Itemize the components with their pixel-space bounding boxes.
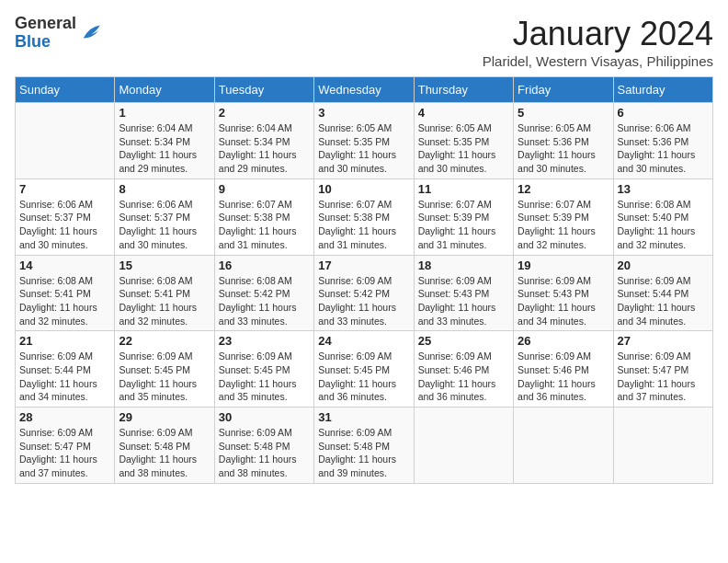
day-number: 29 xyxy=(119,410,210,424)
calendar-cell: 24Sunrise: 6:09 AMSunset: 5:45 PMDayligh… xyxy=(314,331,414,408)
day-number: 9 xyxy=(219,182,310,196)
calendar-cell xyxy=(16,103,115,179)
day-detail: Sunrise: 6:05 AMSunset: 5:35 PMDaylight:… xyxy=(318,121,409,176)
day-detail: Sunrise: 6:07 AMSunset: 5:38 PMDaylight:… xyxy=(318,198,409,252)
day-detail: Sunrise: 6:09 AMSunset: 5:47 PMDaylight:… xyxy=(618,350,709,404)
calendar-cell: 16Sunrise: 6:08 AMSunset: 5:42 PMDayligh… xyxy=(214,255,313,331)
day-detail: Sunrise: 6:08 AMSunset: 5:42 PMDaylight:… xyxy=(219,274,310,328)
day-number: 5 xyxy=(518,106,609,120)
day-number: 11 xyxy=(418,182,509,196)
calendar-cell: 14Sunrise: 6:08 AMSunset: 5:41 PMDayligh… xyxy=(16,255,115,331)
page-header: General Blue January 2024 Plaridel, West… xyxy=(15,15,713,69)
weekday-header: Saturday xyxy=(613,77,712,103)
calendar-cell: 8Sunrise: 6:06 AMSunset: 5:37 PMDaylight… xyxy=(115,178,214,255)
day-detail: Sunrise: 6:09 AMSunset: 5:45 PMDaylight:… xyxy=(318,350,409,404)
calendar-cell: 2Sunrise: 6:04 AMSunset: 5:34 PMDaylight… xyxy=(214,103,313,179)
day-number: 22 xyxy=(119,334,210,348)
calendar-cell: 11Sunrise: 6:07 AMSunset: 5:39 PMDayligh… xyxy=(414,178,513,255)
calendar-week-row: 28Sunrise: 6:09 AMSunset: 5:47 PMDayligh… xyxy=(16,408,713,484)
calendar-cell: 28Sunrise: 6:09 AMSunset: 5:47 PMDayligh… xyxy=(16,408,115,484)
day-number: 20 xyxy=(618,259,709,272)
calendar-cell: 4Sunrise: 6:05 AMSunset: 5:35 PMDaylight… xyxy=(414,103,513,179)
logo-blue: Blue xyxy=(15,32,51,51)
day-detail: Sunrise: 6:04 AMSunset: 5:34 PMDaylight:… xyxy=(119,121,210,176)
calendar-cell: 17Sunrise: 6:09 AMSunset: 5:42 PMDayligh… xyxy=(314,255,414,331)
location: Plaridel, Western Visayas, Philippines xyxy=(483,53,713,69)
calendar-cell: 13Sunrise: 6:08 AMSunset: 5:40 PMDayligh… xyxy=(613,178,712,255)
day-number: 15 xyxy=(119,259,210,272)
calendar-cell: 30Sunrise: 6:09 AMSunset: 5:48 PMDayligh… xyxy=(214,408,313,484)
title-block: January 2024 Plaridel, Western Visayas, … xyxy=(483,15,713,69)
day-number: 16 xyxy=(219,259,310,272)
calendar-cell: 10Sunrise: 6:07 AMSunset: 5:38 PMDayligh… xyxy=(314,178,414,255)
logo: General Blue xyxy=(15,15,104,52)
day-detail: Sunrise: 6:07 AMSunset: 5:39 PMDaylight:… xyxy=(418,198,509,252)
day-number: 13 xyxy=(618,182,709,196)
calendar-cell: 6Sunrise: 6:06 AMSunset: 5:36 PMDaylight… xyxy=(613,103,712,179)
calendar-cell: 31Sunrise: 6:09 AMSunset: 5:48 PMDayligh… xyxy=(314,408,414,484)
weekday-header: Monday xyxy=(115,77,214,103)
calendar-week-row: 21Sunrise: 6:09 AMSunset: 5:44 PMDayligh… xyxy=(16,331,713,408)
calendar-cell: 26Sunrise: 6:09 AMSunset: 5:46 PMDayligh… xyxy=(514,331,613,408)
day-number: 4 xyxy=(418,106,509,120)
day-number: 17 xyxy=(318,259,409,272)
calendar-week-row: 1Sunrise: 6:04 AMSunset: 5:34 PMDaylight… xyxy=(16,103,713,179)
day-detail: Sunrise: 6:05 AMSunset: 5:36 PMDaylight:… xyxy=(518,121,609,176)
day-number: 23 xyxy=(219,334,310,348)
day-detail: Sunrise: 6:09 AMSunset: 5:46 PMDaylight:… xyxy=(418,350,509,404)
day-detail: Sunrise: 6:07 AMSunset: 5:39 PMDaylight:… xyxy=(518,198,609,252)
weekday-header: Sunday xyxy=(16,77,115,103)
day-detail: Sunrise: 6:07 AMSunset: 5:38 PMDaylight:… xyxy=(219,198,310,252)
month-title: January 2024 xyxy=(483,15,713,53)
calendar-cell: 7Sunrise: 6:06 AMSunset: 5:37 PMDaylight… xyxy=(16,178,115,255)
logo-general: General xyxy=(15,14,76,32)
day-number: 3 xyxy=(318,106,409,120)
day-number: 26 xyxy=(518,334,609,348)
day-number: 19 xyxy=(518,259,609,272)
weekday-header: Tuesday xyxy=(214,77,313,103)
calendar-cell: 15Sunrise: 6:08 AMSunset: 5:41 PMDayligh… xyxy=(115,255,214,331)
day-detail: Sunrise: 6:09 AMSunset: 5:44 PMDaylight:… xyxy=(19,350,110,404)
day-number: 28 xyxy=(19,410,110,424)
weekday-header: Wednesday xyxy=(314,77,414,103)
calendar-week-row: 7Sunrise: 6:06 AMSunset: 5:37 PMDaylight… xyxy=(16,178,713,255)
day-detail: Sunrise: 6:09 AMSunset: 5:46 PMDaylight:… xyxy=(518,350,609,404)
calendar-cell: 18Sunrise: 6:09 AMSunset: 5:43 PMDayligh… xyxy=(414,255,513,331)
day-number: 14 xyxy=(19,259,110,272)
day-number: 2 xyxy=(219,106,310,120)
weekday-header: Friday xyxy=(514,77,613,103)
calendar-cell xyxy=(414,408,513,484)
calendar-cell: 12Sunrise: 6:07 AMSunset: 5:39 PMDayligh… xyxy=(514,178,613,255)
day-detail: Sunrise: 6:09 AMSunset: 5:45 PMDaylight:… xyxy=(219,350,310,404)
weekday-header: Thursday xyxy=(414,77,513,103)
calendar-cell: 21Sunrise: 6:09 AMSunset: 5:44 PMDayligh… xyxy=(16,331,115,408)
day-number: 1 xyxy=(119,106,210,120)
day-number: 12 xyxy=(518,182,609,196)
day-detail: Sunrise: 6:06 AMSunset: 5:36 PMDaylight:… xyxy=(618,121,709,176)
day-number: 8 xyxy=(119,182,210,196)
day-detail: Sunrise: 6:06 AMSunset: 5:37 PMDaylight:… xyxy=(119,198,210,252)
day-number: 18 xyxy=(418,259,509,272)
day-detail: Sunrise: 6:08 AMSunset: 5:40 PMDaylight:… xyxy=(618,198,709,252)
calendar-cell: 3Sunrise: 6:05 AMSunset: 5:35 PMDaylight… xyxy=(314,103,414,179)
day-detail: Sunrise: 6:08 AMSunset: 5:41 PMDaylight:… xyxy=(119,274,210,328)
calendar-cell: 1Sunrise: 6:04 AMSunset: 5:34 PMDaylight… xyxy=(115,103,214,179)
calendar-cell xyxy=(613,408,712,484)
day-detail: Sunrise: 6:09 AMSunset: 5:43 PMDaylight:… xyxy=(418,274,509,328)
calendar-cell: 29Sunrise: 6:09 AMSunset: 5:48 PMDayligh… xyxy=(115,408,214,484)
day-detail: Sunrise: 6:09 AMSunset: 5:42 PMDaylight:… xyxy=(318,274,409,328)
day-detail: Sunrise: 6:09 AMSunset: 5:48 PMDaylight:… xyxy=(219,426,310,480)
day-detail: Sunrise: 6:09 AMSunset: 5:45 PMDaylight:… xyxy=(119,350,210,404)
day-detail: Sunrise: 6:09 AMSunset: 5:48 PMDaylight:… xyxy=(318,426,409,480)
calendar-cell: 9Sunrise: 6:07 AMSunset: 5:38 PMDaylight… xyxy=(214,178,313,255)
calendar-cell: 5Sunrise: 6:05 AMSunset: 5:36 PMDaylight… xyxy=(514,103,613,179)
day-detail: Sunrise: 6:09 AMSunset: 5:48 PMDaylight:… xyxy=(119,426,210,480)
day-number: 7 xyxy=(19,182,110,196)
day-number: 21 xyxy=(19,334,110,348)
day-number: 31 xyxy=(318,410,409,424)
day-detail: Sunrise: 6:09 AMSunset: 5:44 PMDaylight:… xyxy=(618,274,709,328)
day-detail: Sunrise: 6:08 AMSunset: 5:41 PMDaylight:… xyxy=(19,274,110,328)
day-detail: Sunrise: 6:09 AMSunset: 5:47 PMDaylight:… xyxy=(19,426,110,480)
day-number: 30 xyxy=(219,410,310,424)
calendar-week-row: 14Sunrise: 6:08 AMSunset: 5:41 PMDayligh… xyxy=(16,255,713,331)
